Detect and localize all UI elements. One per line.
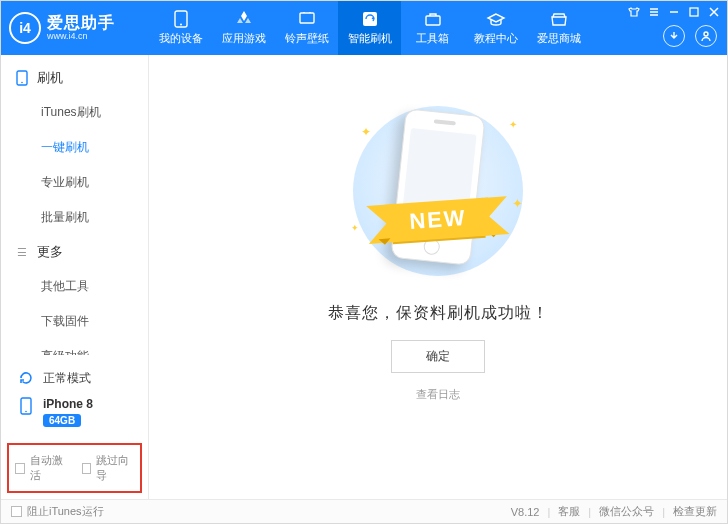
more-icon: ☰ [15, 245, 29, 259]
mode-label: 正常模式 [43, 370, 91, 387]
sidebar-group-flash-title: 刷机 [37, 69, 63, 87]
sidebar-item-oneclick-flash[interactable]: 一键刷机 [1, 130, 148, 165]
sidebar-bottom: 正常模式 iPhone 8 64GB [1, 355, 148, 437]
header: i4 爱思助手 www.i4.cn 我的设备 应用游戏 铃声壁纸 智能刷机 [1, 1, 727, 55]
wechat-link[interactable]: 微信公众号 [599, 504, 654, 519]
check-update-link[interactable]: 检查更新 [673, 504, 717, 519]
sidebar-item-advanced[interactable]: 高级功能 [1, 339, 148, 355]
logo[interactable]: i4 爱思助手 www.i4.cn [1, 12, 149, 44]
mode-normal[interactable]: 正常模式 [13, 363, 136, 393]
options-highlight-box: 自动激活 跳过向导 [7, 443, 142, 493]
support-link[interactable]: 客服 [558, 504, 580, 519]
sidebar-item-pro-flash[interactable]: 专业刷机 [1, 165, 148, 200]
checkbox-auto-activate[interactable]: 自动激活 [15, 453, 68, 483]
view-log-link[interactable]: 查看日志 [416, 387, 460, 402]
logo-badge: i4 [9, 12, 41, 44]
tshirt-icon[interactable] [627, 5, 641, 19]
nav-ringtones[interactable]: 铃声壁纸 [275, 1, 338, 55]
svg-point-1 [180, 24, 182, 26]
refresh-icon [17, 369, 35, 387]
nav-apps[interactable]: 应用游戏 [212, 1, 275, 55]
svg-rect-4 [426, 16, 440, 25]
device-name: iPhone 8 [43, 397, 93, 411]
sidebar-item-other-tools[interactable]: 其他工具 [1, 269, 148, 304]
device-card[interactable]: iPhone 8 64GB [13, 393, 136, 429]
apps-icon [234, 10, 254, 28]
nav-toolbox[interactable]: 工具箱 [401, 1, 464, 55]
phone-icon [171, 10, 191, 28]
phone-graphic [390, 109, 485, 267]
checkbox-block-itunes[interactable]: 阻止iTunes运行 [11, 504, 104, 519]
hat-icon [486, 10, 506, 28]
menu-icon[interactable] [647, 5, 661, 19]
maximize-icon[interactable] [687, 5, 701, 19]
svg-rect-5 [690, 8, 698, 16]
window-controls [627, 5, 721, 19]
app-window: i4 爱思助手 www.i4.cn 我的设备 应用游戏 铃声壁纸 智能刷机 [0, 0, 728, 524]
device-storage-badge: 64GB [43, 414, 81, 427]
minimize-icon[interactable] [667, 5, 681, 19]
main-panel: ✦ ✦ ✦ ✦ NEW 恭喜您，保资料刷机成功啦！ 确定 查看日志 [149, 55, 727, 499]
success-illustration: ✦ ✦ ✦ ✦ NEW [333, 101, 543, 281]
sidebar-group-flash[interactable]: 刷机 [1, 61, 148, 95]
nav-store[interactable]: 爱思商城 [527, 1, 590, 55]
svg-point-10 [25, 411, 27, 413]
status-bar: 阻止iTunes运行 V8.12 | 客服 | 微信公众号 | 检查更新 [1, 499, 727, 523]
svg-point-8 [21, 82, 23, 84]
sidebar-item-download-firmware[interactable]: 下载固件 [1, 304, 148, 339]
nav-flash[interactable]: 智能刷机 [338, 1, 401, 55]
sidebar-item-itunes-flash[interactable]: iTunes刷机 [1, 95, 148, 130]
svg-rect-3 [363, 12, 377, 26]
close-icon[interactable] [707, 5, 721, 19]
svg-point-6 [704, 32, 708, 36]
sidebar-item-batch-flash[interactable]: 批量刷机 [1, 200, 148, 235]
checkbox-icon [82, 463, 92, 474]
brand-name: 爱思助手 [47, 14, 115, 32]
nav-my-device[interactable]: 我的设备 [149, 1, 212, 55]
top-nav: 我的设备 应用游戏 铃声壁纸 智能刷机 工具箱 教程中心 [149, 1, 590, 55]
nav-tutorials[interactable]: 教程中心 [464, 1, 527, 55]
version-label: V8.12 [511, 506, 540, 518]
sidebar-group-more-title: 更多 [37, 243, 63, 261]
sidebar: 刷机 iTunes刷机 一键刷机 专业刷机 批量刷机 ☰ 更多 其他工具 下载固… [1, 55, 149, 499]
sidebar-group-more[interactable]: ☰ 更多 [1, 235, 148, 269]
checkbox-skip-guide[interactable]: 跳过向导 [82, 453, 135, 483]
checkbox-icon [15, 463, 25, 474]
store-icon [549, 10, 569, 28]
success-message: 恭喜您，保资料刷机成功啦！ [328, 303, 549, 324]
device-icon [15, 71, 29, 85]
device-small-icon [17, 397, 35, 415]
svg-rect-2 [300, 13, 314, 23]
new-ribbon: NEW [390, 198, 486, 242]
ok-button[interactable]: 确定 [391, 340, 485, 373]
brand-site: www.i4.cn [47, 32, 115, 42]
download-icon[interactable] [663, 25, 685, 47]
user-icon[interactable] [695, 25, 717, 47]
toolbox-icon [423, 10, 443, 28]
note-icon [297, 10, 317, 28]
flash-icon [360, 10, 380, 28]
checkbox-icon [11, 506, 22, 517]
body: 刷机 iTunes刷机 一键刷机 专业刷机 批量刷机 ☰ 更多 其他工具 下载固… [1, 55, 727, 499]
